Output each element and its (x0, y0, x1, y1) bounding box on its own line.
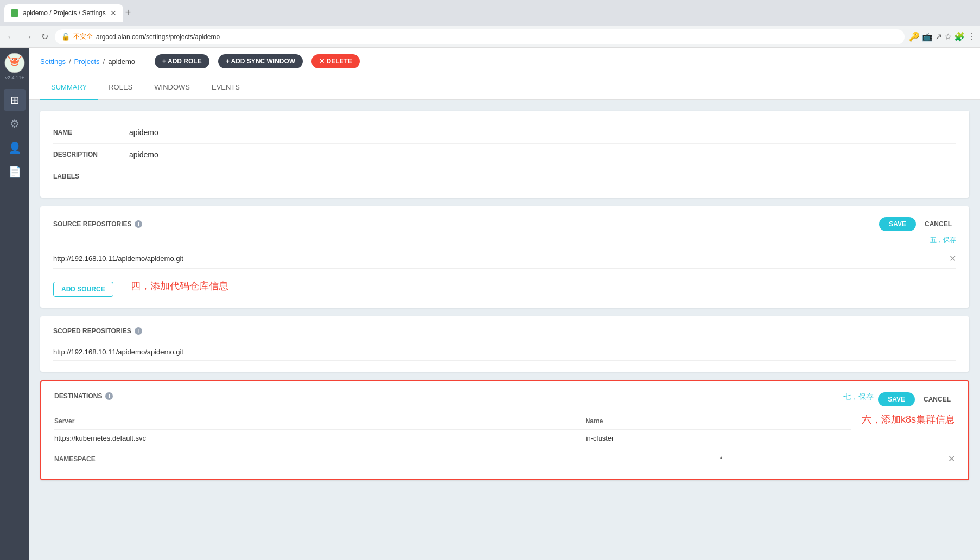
docs-icon: 📄 (8, 165, 22, 178)
source-repo-cancel-button[interactable]: CANCEL (920, 217, 956, 231)
key-icon[interactable]: 🔑 (909, 31, 920, 42)
destinations-title: DESTINATIONS i (54, 392, 113, 400)
scoped-repo-header: SCOPED REPOSITORIES i (53, 327, 956, 335)
source-repo-url: http://192.168.10.11/apidemo/apidemo.git (53, 254, 183, 263)
destinations-right: 六，添加k8s集群信息 (862, 413, 955, 447)
destinations-info-icon[interactable]: i (105, 392, 113, 400)
labels-label: LABELS (53, 173, 129, 180)
tab-title: apidemo / Projects / Settings (23, 9, 106, 17)
summary-row-labels: LABELS (53, 166, 956, 187)
source-repo-row: http://192.168.10.11/apidemo/apidemo.git… (53, 249, 956, 269)
scoped-repo-info-icon[interactable]: i (135, 327, 142, 335)
add-source-annotation: 四，添加代码仓库信息 (131, 279, 228, 292)
scoped-repo-url: http://192.168.10.11/apidemo/apidemo.git (53, 348, 183, 356)
col-name-header: Name (586, 417, 851, 425)
main-content: Settings / Projects / apidemo + ADD ROLE… (29, 48, 980, 560)
col-server-header: Server (54, 417, 586, 425)
content-area: NAME apidemo DESCRIPTION apidemo LABELS … (29, 100, 980, 491)
breadcrumb-settings[interactable]: Settings (40, 58, 66, 66)
sidebar-item-user[interactable]: 👤 (4, 137, 26, 158)
dest-name-input[interactable] (586, 434, 851, 442)
back-button[interactable]: ← (4, 30, 17, 44)
add-source-row: ADD SOURCE 四，添加代码仓库信息 (53, 275, 956, 297)
apps-icon: ⊞ (10, 93, 20, 106)
sidebar-item-docs[interactable]: 📄 (4, 161, 26, 182)
description-label: DESCRIPTION (53, 151, 129, 158)
address-bar[interactable]: 🔓 不安全 (55, 29, 905, 44)
table-header: Server Name (54, 413, 851, 430)
forward-button[interactable]: → (22, 30, 35, 44)
summary-row-name: NAME apidemo (53, 122, 956, 144)
destinations-cancel-button[interactable]: CANCEL (919, 392, 955, 406)
scoped-repo-title: SCOPED REPOSITORIES i (53, 327, 142, 335)
namespace-row: Namespace ✕ (54, 449, 955, 468)
svg-point-4 (12, 59, 13, 60)
tabs-bar: SUMMARY ROLES WINDOWS EVENTS (29, 75, 980, 100)
source-repo-save-annotation: 五，保存 (53, 236, 956, 245)
tab-favicon (11, 9, 18, 17)
delete-button[interactable]: ✕ DELETE (311, 54, 360, 68)
dest-save-annotation: 七，保存 (843, 392, 874, 406)
destinations-save-button[interactable]: SAVE (878, 392, 915, 406)
sidebar: v2.4.11+ ⊞ ⚙ 👤 📄 (0, 48, 29, 560)
cast-icon[interactable]: 📺 (922, 31, 933, 42)
new-tab-button[interactable]: + (125, 7, 131, 18)
star-icon[interactable]: ☆ (944, 31, 952, 42)
breadcrumb: Settings / Projects / apidemo (40, 58, 135, 66)
tab-events[interactable]: EVENTS (201, 75, 251, 100)
share-icon[interactable]: ↗ (935, 31, 942, 42)
source-repo-header: SOURCE REPOSITORIES i SAVE CANCEL (53, 217, 956, 231)
sidebar-logo (4, 52, 26, 74)
add-source-button[interactable]: ADD SOURCE (53, 282, 113, 297)
dest-close-button[interactable]: ✕ (948, 454, 955, 464)
destinations-card: DESTINATIONS i 七，保存 SAVE CANCEL (40, 380, 969, 480)
destinations-actions: 七，保存 SAVE CANCEL (843, 392, 955, 406)
svg-point-5 (16, 59, 17, 60)
extension-icon[interactable]: 🧩 (954, 31, 965, 42)
add-sync-window-button[interactable]: + ADD SYNC WINDOW (218, 54, 303, 68)
browser-tab[interactable]: apidemo / Projects / Settings ✕ (4, 4, 123, 22)
source-repositories-card: SOURCE REPOSITORIES i SAVE CANCEL 五，保存 h… (40, 206, 969, 308)
sidebar-item-settings[interactable]: ⚙ (4, 113, 26, 135)
name-value: apidemo (129, 128, 158, 137)
summary-row-description: DESCRIPTION apidemo (53, 144, 956, 166)
version-label: v2.4.11+ (5, 75, 24, 80)
source-repo-info-icon[interactable]: i (135, 220, 142, 228)
scoped-repo-row: http://192.168.10.11/apidemo/apidemo.git (53, 343, 956, 361)
user-icon: 👤 (8, 141, 22, 154)
source-repo-close-button[interactable]: ✕ (949, 253, 956, 264)
svg-point-1 (10, 58, 19, 64)
add-role-button[interactable]: + ADD ROLE (155, 54, 209, 68)
breadcrumb-current: apidemo (108, 58, 135, 66)
top-bar: Settings / Projects / apidemo + ADD ROLE… (29, 48, 980, 75)
summary-card: NAME apidemo DESCRIPTION apidemo LABELS (40, 111, 969, 198)
dest-server-value: https://kubernetes.default.svc (54, 434, 586, 442)
destinations-table-left: Server Name https://kubernetes.default.s… (54, 413, 851, 447)
source-repo-actions: SAVE CANCEL (879, 217, 956, 231)
name-label: NAME (53, 129, 129, 136)
breadcrumb-projects[interactable]: Projects (74, 58, 100, 66)
tab-roles[interactable]: ROLES (98, 75, 143, 100)
settings-icon: ⚙ (10, 117, 20, 130)
source-repo-save-button[interactable]: SAVE (879, 217, 916, 231)
tab-windows[interactable]: WINDOWS (143, 75, 201, 100)
description-value: apidemo (129, 150, 158, 159)
destinations-table: Server Name https://kubernetes.default.s… (54, 413, 955, 447)
source-repo-title: SOURCE REPOSITORIES i (53, 220, 142, 228)
scoped-repositories-card: SCOPED REPOSITORIES i http://192.168.10.… (40, 316, 969, 372)
security-label: 不安全 (73, 32, 93, 41)
dest-add-annotation: 六，添加k8s集群信息 (862, 413, 955, 426)
tab-summary[interactable]: SUMMARY (40, 75, 98, 100)
url-input[interactable] (96, 33, 898, 41)
menu-icon[interactable]: ⋮ (967, 31, 976, 42)
table-row: https://kubernetes.default.svc (54, 430, 851, 447)
tab-close-button[interactable]: ✕ (110, 9, 117, 17)
destinations-header-row: DESTINATIONS i 七，保存 SAVE CANCEL (54, 392, 955, 406)
security-icon: 🔓 (61, 33, 70, 41)
sidebar-item-apps[interactable]: ⊞ (4, 89, 26, 111)
col-namespace-header: Namespace (54, 455, 720, 463)
dest-namespace-input[interactable] (720, 455, 941, 463)
refresh-button[interactable]: ↻ (39, 29, 50, 44)
